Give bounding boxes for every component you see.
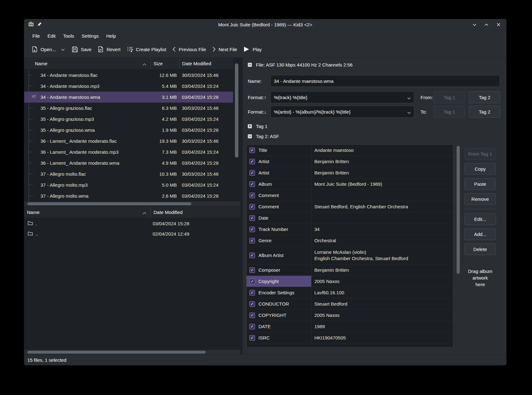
file-row[interactable]: 35 - Allegro grazioso.wma 1.9 MB 03/04/2… [24, 125, 233, 136]
frame-checkbox[interactable]: ✓ [249, 159, 255, 164]
minimize-icon[interactable] [471, 21, 478, 28]
play-button[interactable]: Play [240, 44, 265, 55]
frame-value[interactable]: 1989 [311, 321, 453, 332]
tag-table-scrollbar[interactable] [456, 144, 461, 348]
tag-frame-row[interactable]: ✓ Artist Benjamin Britten [247, 156, 453, 167]
tag-frame-row[interactable]: ✓ Album Artist Lorraine McAslan (violin)… [247, 246, 453, 264]
dir-column-name[interactable]: Name [24, 206, 150, 218]
file-row[interactable]: V2 34 - Andante maestoso.wma 3.1 MB 03/0… [24, 92, 233, 103]
menu-file[interactable]: File [29, 32, 44, 40]
from-tag2-button[interactable]: Tag 2 [469, 91, 500, 103]
frame-checkbox[interactable]: ✓ [249, 253, 255, 258]
dir-row[interactable]: . 03/04/2024 15:28 [24, 218, 240, 229]
frame-checkbox[interactable]: ✓ [249, 301, 255, 307]
frame-value[interactable]: 2005 Naxos [311, 276, 453, 287]
tag-frame-row[interactable]: ✓ Title Andante maestoso [247, 145, 453, 156]
frame-value[interactable]: Lavf60.16.100 [311, 287, 453, 298]
format-to-filename-combobox[interactable]: %{artist} - %{album}/%{track} %{title} [270, 106, 414, 118]
frame-value[interactable] [311, 190, 453, 201]
close-icon[interactable] [495, 21, 502, 28]
frame-checkbox[interactable]: ✓ [249, 267, 255, 273]
paste-button[interactable]: Paste [464, 178, 496, 190]
tag-frame-row[interactable]: ✓ Track Number 34 [247, 224, 453, 235]
frame-value[interactable] [311, 212, 453, 223]
file-row[interactable]: 37 - Allegro molto.mp3 5.0 MB 03/04/2024… [24, 179, 233, 190]
tag-frame-row[interactable]: ✓ CONDUCTOR Steuart Bedford [247, 298, 453, 310]
copy-button[interactable]: Copy [464, 163, 496, 175]
file-row[interactable]: 35 - Allegro grazioso.flac 6.3 MB 30/03/… [24, 103, 233, 114]
maximize-icon[interactable] [483, 21, 490, 28]
frame-checkbox[interactable]: ✓ [249, 227, 255, 232]
tag-frame-row[interactable]: ✓ Genre Orchestral [247, 235, 453, 246]
tag-frame-row[interactable]: ✓ Album Mont Juic Suite (Bedford - 1989) [247, 179, 453, 190]
dir-list-horizontal-scrollbar[interactable] [24, 350, 240, 355]
frame-checkbox[interactable]: ✓ [249, 181, 255, 187]
frame-value[interactable]: 2005 Naxos [311, 310, 453, 321]
frame-value[interactable]: HKI190470505 [311, 332, 453, 343]
to-tag1-button[interactable]: Tag 1 [434, 106, 465, 118]
scrollbar-thumb[interactable] [27, 202, 191, 205]
scrollbar-thumb[interactable] [457, 146, 460, 274]
frame-checkbox[interactable]: ✓ [249, 147, 255, 153]
frame-value[interactable]: Lorraine McAslan (violin) English Chambe… [311, 246, 453, 264]
revert-button[interactable]: Revert [95, 43, 123, 55]
tag-frame-row[interactable]: ✓ Comment [247, 190, 453, 201]
album-artwork-drop-area[interactable]: Drag albumartworkhere [464, 268, 496, 288]
file-row[interactable]: 34 - Andante maestoso.flac 12.6 MB 30/03… [24, 70, 233, 81]
collapse-icon[interactable]: − [248, 134, 252, 138]
frame-value[interactable]: Benjamin Britten [311, 264, 453, 275]
file-row[interactable]: 35 - Allegro grazioso.mp3 4.2 MB 03/04/2… [24, 114, 233, 125]
file-row[interactable]: 36 - Lament_ Andante moderato.mp3 7.3 MB… [24, 147, 233, 157]
tag-frame-row[interactable]: ✓ COPYRIGHT 2005 Naxos [247, 310, 453, 321]
edit-button[interactable]: Edit... [464, 213, 496, 225]
expand-icon[interactable]: + [248, 124, 252, 128]
from-tag1-button[interactable]: Tag 1 [434, 91, 465, 103]
next-file-button[interactable]: Next File [209, 44, 240, 55]
frame-checkbox[interactable]: ✓ [249, 312, 255, 318]
file-column-name[interactable]: Name [24, 58, 150, 69]
tag-frame-row[interactable]: ✓ Date [247, 212, 453, 224]
file-section-header[interactable]: − File: ASF 130 kbps 44100 Hz 2 Channels… [248, 62, 353, 67]
frame-value[interactable]: 34 [311, 224, 453, 235]
frame-value[interactable]: Andante maestoso [311, 145, 453, 156]
titlebar[interactable]: Mont Juic Suite (Bedford - 1989) — Kid3 … [24, 19, 506, 30]
frame-checkbox[interactable]: ✓ [249, 193, 255, 198]
tag-frame-row[interactable]: ✓ Artist Benjamin Britten [247, 167, 453, 179]
file-list-vertical-scrollbar[interactable] [233, 58, 240, 201]
frame-value[interactable]: Steuart Bedford, English Chamber Orchest… [311, 201, 453, 212]
file-row[interactable]: 37 - Allegro molto.wma 2.6 MB 03/04/2024… [24, 190, 233, 201]
frame-checkbox[interactable]: ✓ [249, 290, 255, 296]
tag-frame-row[interactable]: ✓ Comment Steuart Bedford, English Chamb… [247, 201, 453, 212]
frame-checkbox[interactable]: ✓ [249, 204, 255, 210]
frame-checkbox[interactable]: ✓ [249, 324, 255, 329]
collapse-icon[interactable]: − [248, 63, 252, 67]
from-tag1-copy-button[interactable]: From Tag 1 [464, 148, 496, 160]
scrollbar-thumb[interactable] [235, 63, 238, 157]
tag-frame-row[interactable]: ✓ Copyright 2005 Naxos [247, 276, 453, 287]
scrollbar-thumb[interactable] [27, 351, 206, 354]
frame-checkbox[interactable]: ✓ [249, 279, 255, 284]
tag-frame-row[interactable]: ✓ DATE 1989 [247, 321, 453, 332]
frame-value[interactable]: Benjamin Britten [311, 156, 453, 167]
open-button[interactable]: Open... [29, 43, 59, 55]
filename-input[interactable]: 34 - Andante maestoso.wma [270, 75, 500, 87]
frame-checkbox[interactable]: ✓ [249, 335, 255, 341]
save-button[interactable]: Save [69, 44, 95, 55]
file-list-horizontal-scrollbar[interactable] [24, 201, 240, 206]
file-row[interactable]: 36 - Lament_ Andante moderato.flac 19.3 … [24, 136, 233, 147]
dir-row[interactable]: .. 02/04/2024 12:49 [24, 229, 240, 239]
frame-checkbox[interactable]: ✓ [249, 215, 255, 221]
tag-frame-row[interactable]: ✓ ISRC HKI190470505 [247, 332, 453, 344]
frame-value[interactable]: Steuart Bedford [311, 298, 453, 309]
tag-frame-row[interactable]: ✓ Composer Benjamin Britten [247, 264, 453, 276]
pane-splitter[interactable] [240, 58, 243, 355]
menu-help[interactable]: Help [102, 32, 120, 40]
file-column-size[interactable]: Size [150, 58, 179, 69]
previous-file-button[interactable]: Previous File [169, 44, 209, 55]
delete-button[interactable]: Delete [464, 243, 496, 255]
frame-checkbox[interactable]: ✓ [249, 170, 255, 176]
dir-column-date[interactable]: Date Modified [150, 206, 240, 218]
format-from-filename-combobox[interactable]: %{track} %{title} [270, 91, 414, 103]
frame-value[interactable]: Benjamin Britten [311, 167, 453, 178]
frame-value[interactable]: Orchestral [311, 235, 453, 246]
